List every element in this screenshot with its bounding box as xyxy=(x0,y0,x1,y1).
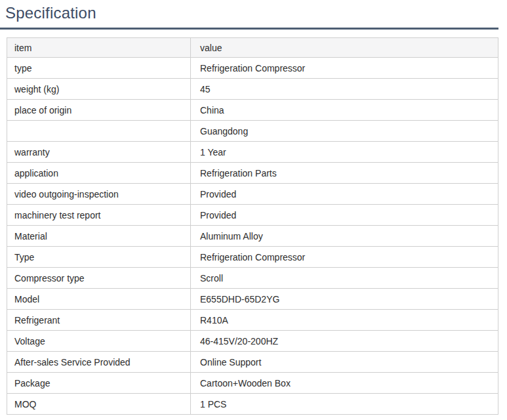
value-cell: R410A xyxy=(191,310,498,331)
value-cell: Scroll xyxy=(191,268,498,289)
item-cell: type xyxy=(7,58,191,79)
item-cell: Material xyxy=(7,226,191,247)
item-cell: Type xyxy=(7,247,191,268)
item-cell: machinery test report xyxy=(7,205,191,226)
table-row: After-sales Service ProvidedOnline Suppo… xyxy=(7,352,498,373)
item-cell: weight (kg) xyxy=(7,79,191,100)
spec-table-body: typeRefrigeration Compressorweight (kg)4… xyxy=(7,58,498,415)
value-cell: 1 Year xyxy=(191,142,498,163)
item-cell: warranty xyxy=(7,142,191,163)
table-row: weight (kg)45 xyxy=(7,79,498,100)
table-row: machinery test reportProvided xyxy=(7,205,498,226)
table-header-row: item value xyxy=(7,38,498,58)
title-divider xyxy=(0,28,498,30)
item-cell: Package xyxy=(7,373,191,394)
value-cell: Online Support xyxy=(191,352,498,373)
table-row: video outgoing-inspectionProvided xyxy=(7,184,498,205)
table-row: RefrigerantR410A xyxy=(7,310,498,331)
table-row: applicationRefrigeration Parts xyxy=(7,163,498,184)
value-cell: Refrigeration Parts xyxy=(191,163,498,184)
table-row: Voltage46-415V/20-200HZ xyxy=(7,331,498,352)
table-row: Compressor typeScroll xyxy=(7,268,498,289)
value-cell: Cartoon+Wooden Box xyxy=(191,373,498,394)
specification-section: Specification item value typeRefrigerati… xyxy=(0,0,507,420)
value-cell: 1 PCS xyxy=(191,394,498,415)
value-cell: China xyxy=(191,100,498,121)
table-row: ModelE655DHD-65D2YG xyxy=(7,289,498,310)
value-cell: E655DHD-65D2YG xyxy=(191,289,498,310)
value-cell: Aluminum Alloy xyxy=(191,226,498,247)
table-row: Guangdong xyxy=(7,121,498,142)
table-row: typeRefrigeration Compressor xyxy=(7,58,498,79)
item-cell: Compressor type xyxy=(7,268,191,289)
item-cell: After-sales Service Provided xyxy=(7,352,191,373)
item-cell: video outgoing-inspection xyxy=(7,184,191,205)
value-cell: Provided xyxy=(191,205,498,226)
spec-table-head: item value xyxy=(7,38,498,58)
table-row: MOQ1 PCS xyxy=(7,394,498,415)
value-cell: Guangdong xyxy=(191,121,498,142)
table-row: MaterialAluminum Alloy xyxy=(7,226,498,247)
value-cell: Refrigeration Compressor xyxy=(191,247,498,268)
value-cell: 45 xyxy=(191,79,498,100)
table-row: place of originChina xyxy=(7,100,498,121)
item-column-header: item xyxy=(7,38,191,58)
value-cell: Refrigeration Compressor xyxy=(191,58,498,79)
value-cell: Provided xyxy=(191,184,498,205)
item-cell: MOQ xyxy=(7,394,191,415)
item-cell: place of origin xyxy=(7,100,191,121)
specification-table: item value typeRefrigeration Compressorw… xyxy=(7,37,498,415)
value-cell: 46-415V/20-200HZ xyxy=(191,331,498,352)
table-row: PackageCartoon+Wooden Box xyxy=(7,373,498,394)
value-column-header: value xyxy=(191,38,498,58)
item-cell: Refrigerant xyxy=(7,310,191,331)
item-cell: application xyxy=(7,163,191,184)
item-cell: Voltage xyxy=(7,331,191,352)
table-row: warranty1 Year xyxy=(7,142,498,163)
item-cell: Model xyxy=(7,289,191,310)
page-title: Specification xyxy=(5,4,507,22)
item-cell xyxy=(7,121,191,142)
table-row: TypeRefrigeration Compressor xyxy=(7,247,498,268)
